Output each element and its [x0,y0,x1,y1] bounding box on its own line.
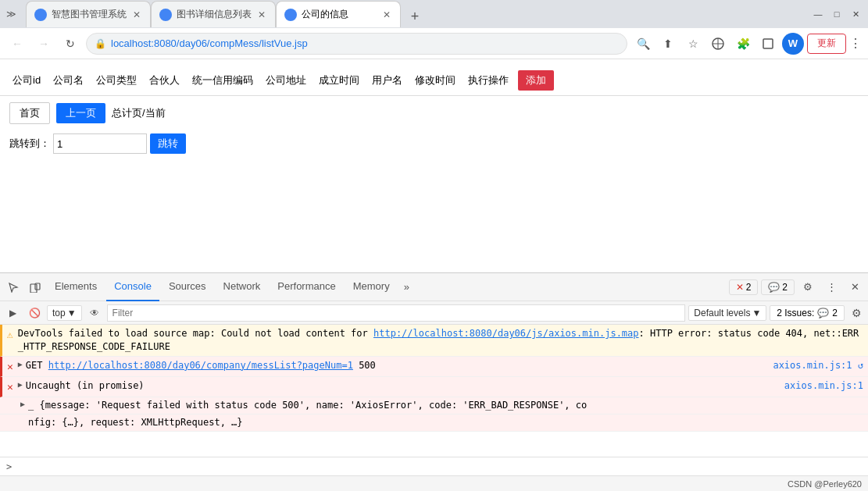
close-window-button[interactable]: ✕ [849,8,862,20]
table-header-row: 公司id 公司名 公司类型 合伙人 统一信用编码 公司地址 成立时间 用户名 修… [0,66,868,96]
dt-tab-elements[interactable]: Elements [47,273,105,301]
error-sub-text: _ {message: 'Request failed with status … [28,399,587,412]
add-button[interactable]: 添加 [518,70,554,91]
inspect-element-icon[interactable] [3,277,23,297]
tab-close-3[interactable]: ✕ [381,8,392,22]
issues-icon: 💬 [817,308,829,318]
status-bar: CSDN @Perley620 [0,475,868,491]
tab-favicon-2 [159,9,172,21]
dt-tab-sources[interactable]: Sources [161,273,214,301]
new-tab-button[interactable]: + [404,5,426,27]
dt-tab-performance[interactable]: Performance [270,273,343,301]
console-messages: ⚠ DevTools failed to load source map: Co… [0,325,868,457]
search-icon[interactable]: 🔍 [632,33,654,55]
page-jump-area: 跳转到： 跳转 [0,130,868,157]
info-badge[interactable]: 💬 2 [761,279,795,295]
forward-button[interactable]: → [33,33,55,55]
tab-arrows[interactable]: ≫ [6,9,16,20]
col-company-type: 公司类型 [90,70,143,91]
jump-button[interactable]: 跳转 [150,133,186,154]
dt-tab-network[interactable]: Network [216,273,269,301]
col-modify-time: 修改时间 [409,70,462,91]
error-source-1[interactable]: axios.min.js:1 ↺ [766,359,863,372]
extensions-icon[interactable]: 🧩 [732,33,754,55]
jump-input[interactable] [53,133,147,154]
more-menu-icon[interactable]: ⋮ [849,36,862,51]
page-content: 公司id 公司名 公司类型 合伙人 统一信用编码 公司地址 成立时间 用户名 修… [0,59,868,163]
nav-right-buttons: 🔍 ⬆ ☆ 🧩 W 更新 ⋮ [632,33,862,55]
error-badge[interactable]: ✕ 2 [729,279,759,295]
window-icon[interactable] [757,33,779,55]
window-controls: — □ ✕ [812,8,862,20]
title-bar: ≫ 智慧图书管理系统 ✕ 图书详细信息列表 ✕ 公司的信息 ✕ + — [0,0,868,28]
filter-input[interactable] [107,304,686,322]
error-source-2[interactable]: axios.min.js:1 [778,379,863,393]
devtools-settings-icon[interactable]: ⚙ [798,277,818,297]
back-button[interactable]: ← [6,33,28,55]
bookmark-icon[interactable]: ☆ [682,33,704,55]
sub-expand-icon[interactable]: ▶ [20,399,25,412]
context-selector[interactable]: top ▼ [47,305,82,321]
devtools-close-icon[interactable]: ✕ [845,277,865,297]
maximize-button[interactable]: □ [830,8,843,20]
error-icon-1: ✕ [7,360,13,374]
error-text-1: GET http://localhost:8080/day06/company/… [26,359,767,372]
warning-link[interactable]: http://localhost:8080/day06/js/axios.min… [373,328,639,339]
tab-2[interactable]: 图书详细信息列表 ✕ [151,1,276,27]
col-company-id: 公司id [6,70,47,91]
address-bar[interactable]: 🔒 localhost:8080/day06/compMess/listVue.… [86,33,627,55]
devtools-more-icon[interactable]: ⋮ [821,277,841,297]
dt-tab-console[interactable]: Console [106,273,159,301]
tab-3[interactable]: 公司的信息 ✕ [276,1,401,27]
eye-icon[interactable]: 👁 [85,304,104,322]
tab-label-3: 公司的信息 [302,8,348,21]
info-count: 2 [782,282,788,293]
device-toggle-icon[interactable] [25,277,45,297]
clear-console-icon[interactable]: 🚫 [25,304,44,322]
error-icon-2: ✕ [7,380,13,394]
first-page-button[interactable]: 首页 [9,102,50,124]
devtools-right-controls: ✕ 2 💬 2 ⚙ ⋮ ✕ [729,277,865,297]
dt-tab-memory[interactable]: Memory [345,273,398,301]
tab-1[interactable]: 智慧图书管理系统 ✕ [26,1,151,27]
page-spacer [0,163,868,272]
tab-label-1: 智慧图书管理系统 [52,8,127,21]
console-toolbar: ▶ 🚫 top ▼ 👁 Default levels ▼ 2 Issues: 💬… [0,301,868,325]
expand-icon-2[interactable]: ▶ [18,379,23,390]
update-button[interactable]: 更新 [807,34,846,54]
expand-icon-1[interactable]: ▶ [18,359,23,370]
navigation-bar: ← → ↻ 🔒 localhost:8080/day06/compMess/li… [0,28,868,59]
info-icon: 💬 [768,282,780,293]
error-link-1[interactable]: http://localhost:8080/day06/company/mess… [48,360,353,371]
context-arrow-icon: ▼ [67,308,77,318]
share-icon[interactable]: ⬆ [657,33,679,55]
console-prompt: > [6,461,12,472]
more-tabs-button[interactable]: » [399,278,414,296]
browser-frame: ≫ 智慧图书管理系统 ✕ 图书详细信息列表 ✕ 公司的信息 ✕ + — [0,0,868,491]
reload-button[interactable]: ↻ [59,33,81,55]
context-label: top [52,308,66,318]
tab-favicon-3 [284,9,297,21]
col-address: 公司地址 [259,70,313,91]
tab-close-2[interactable]: ✕ [256,8,267,22]
log-levels-selector[interactable]: Default levels ▼ [688,305,766,321]
error-icon: ✕ [736,282,744,293]
svg-rect-3 [30,284,37,293]
console-error-2: ✕ ▶ Uncaught (in promise) axios.min.js:1 [0,377,868,397]
minimize-button[interactable]: — [812,8,824,20]
svg-rect-2 [763,39,773,48]
prev-page-button[interactable]: 上一页 [56,103,105,123]
col-partner: 合伙人 [143,70,186,91]
issues-badge[interactable]: 2 Issues: 💬 2 [770,305,845,321]
tab-close-1[interactable]: ✕ [131,8,142,22]
warning-icon: ⚠ [7,328,13,342]
translate-icon[interactable] [707,33,729,55]
col-found-time: 成立时间 [313,70,366,91]
page-total: 总计页/当前 [112,106,166,120]
lock-icon: 🔒 [95,38,106,49]
profile-button[interactable]: W [782,33,804,55]
console-settings-icon[interactable]: ⚙ [848,304,865,322]
execute-script-icon[interactable]: ▶ [3,304,22,322]
address-text: localhost:8080/day06/compMess/listVue.js… [111,37,619,49]
devtools-panel: Elements Console Sources Network Perform… [0,272,868,491]
